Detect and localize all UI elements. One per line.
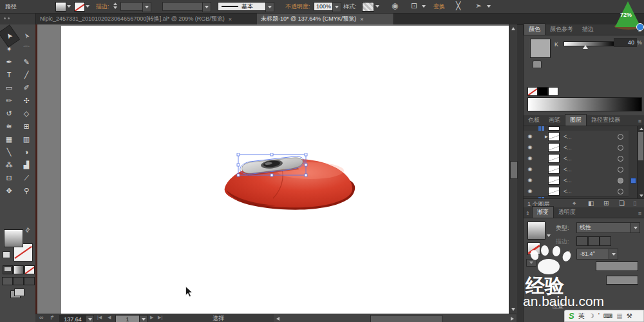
zoom-tool[interactable]: ⚲ (18, 184, 35, 197)
horizontal-scrollbar[interactable] (274, 314, 516, 322)
layer-name[interactable]: <... (564, 143, 572, 152)
scroll-up-button[interactable] (511, 27, 515, 30)
slice-tool[interactable]: ⟋ (18, 171, 35, 184)
scroll-down-button[interactable] (511, 308, 515, 311)
layer-row[interactable]: ◉ <... (524, 142, 629, 153)
k-value-input[interactable]: 40 (614, 38, 637, 47)
last-artboard-button[interactable]: ▶| (158, 315, 162, 320)
gradient-preview-arrow[interactable] (547, 234, 551, 237)
stroke-along-button[interactable] (588, 236, 600, 246)
scrollbar-thumb[interactable] (370, 315, 442, 322)
color-mode-button[interactable] (3, 265, 13, 274)
gradient-reverse-button[interactable] (526, 259, 536, 267)
scrollbar-thumb[interactable] (510, 161, 518, 179)
artboard-select-arrow[interactable] (139, 315, 147, 322)
stroke-color-swatch[interactable] (74, 2, 85, 12)
artboard-select[interactable]: 1 (115, 315, 140, 322)
rotate-tool[interactable]: ↺ (1, 107, 17, 120)
target-circle[interactable] (618, 189, 623, 194)
target-circle[interactable] (618, 178, 623, 184)
gradient-stop-swatch[interactable] (527, 242, 540, 255)
none-mode-button[interactable] (24, 265, 35, 274)
expand-arrow-icon[interactable]: ▶ (545, 134, 548, 138)
width-profile-select[interactable] (162, 2, 204, 11)
layer-name[interactable]: <... (564, 132, 572, 141)
tab-color[interactable]: 颜色 (524, 23, 545, 35)
scroll-down-button[interactable] (639, 194, 643, 197)
swatch-well-icon[interactable] (533, 61, 542, 68)
new-layer-button[interactable]: ❏ (619, 200, 625, 207)
next-artboard-button[interactable]: ▶ (150, 315, 153, 320)
ime-mode-button[interactable]: 英 (578, 310, 585, 322)
punctuation-icon[interactable]: ’ (598, 310, 600, 322)
grayscale-ramp[interactable] (527, 97, 642, 111)
close-icon[interactable]: × (229, 16, 232, 23)
layer-name[interactable]: <... (564, 176, 572, 185)
stroke-swatch-dropdown-icon[interactable] (86, 5, 90, 8)
select-similar-arrow[interactable] (487, 5, 491, 8)
tab-color-guide[interactable]: 颜色参考 (545, 24, 578, 35)
target-circle[interactable] (618, 145, 623, 151)
graphic-style-swatch[interactable] (362, 2, 374, 12)
visibility-toggle[interactable]: ◉ (526, 142, 534, 153)
k-slider[interactable] (564, 41, 616, 46)
layer-row[interactable]: ◉ <... (524, 185, 629, 197)
draw-normal-button[interactable] (2, 277, 13, 285)
pencil-tool[interactable]: ✏ (1, 94, 17, 107)
tab-brushes[interactable]: 画笔 (544, 115, 565, 126)
document-tab[interactable]: Nipic_2457331_20101020230646567000[转换].a… (36, 14, 261, 24)
panel-menu-icon[interactable]: ≡ (635, 117, 644, 126)
zoom-input-arrow[interactable] (86, 315, 94, 322)
clipping-mask-button[interactable]: ◧ (588, 200, 594, 207)
graphic-style-dropdown-icon[interactable] (375, 5, 379, 8)
opacity-select[interactable]: 100% (314, 2, 334, 11)
document-tab-active[interactable]: 未标题-10* @ 137.64% (CMYK/预览) × (257, 14, 394, 24)
layer-row[interactable]: ◉ <... (524, 153, 629, 164)
scroll-left-button[interactable] (276, 317, 279, 321)
default-fill-stroke-icon[interactable] (3, 251, 10, 258)
width-tool[interactable]: ≋ (1, 120, 17, 133)
new-sublayer-button[interactable]: ⊞ (603, 200, 609, 207)
k-slider-handle[interactable] (583, 45, 588, 49)
select-similar-button[interactable]: ➣ (475, 1, 482, 10)
layer-row[interactable]: ◉ <... (524, 164, 629, 175)
recolor-artwork-button[interactable]: ◉ (392, 1, 398, 10)
graph-tool[interactable]: ▥ (18, 133, 35, 146)
width-profile-select-arrow[interactable] (202, 2, 211, 12)
previous-artboard-button[interactable]: ◀ (108, 315, 111, 320)
artboard-tool[interactable]: ⊡ (1, 171, 17, 184)
visibility-toggle[interactable]: ◉ (526, 175, 534, 185)
current-color-swatch[interactable] (530, 39, 551, 58)
curvature-pen-tool[interactable]: ✎ (18, 55, 35, 68)
white-swatch[interactable] (548, 87, 558, 96)
opacity-select-arrow[interactable] (332, 2, 341, 12)
gradient-mode-button[interactable] (14, 265, 24, 274)
brush-definition-arrow[interactable] (265, 2, 274, 12)
none-swatch[interactable] (527, 87, 538, 96)
canvas[interactable] (35, 24, 509, 314)
delete-layer-button[interactable]: ▯ (633, 200, 637, 207)
visibility-toggle[interactable]: ◉ (526, 164, 534, 175)
type-select[interactable]: 线性 (576, 222, 637, 233)
target-circle[interactable] (618, 156, 623, 162)
fill-color-swatch[interactable] (55, 2, 66, 12)
visibility-toggle[interactable]: ◉ (526, 131, 534, 142)
tab-swatches[interactable]: 色板 (524, 115, 544, 126)
sogou-logo-icon[interactable]: S (569, 310, 574, 322)
layer-name[interactable]: <... (564, 165, 572, 174)
free-transform-tool[interactable]: ◇ (18, 107, 35, 120)
mouse-illustration[interactable] (219, 153, 364, 213)
ime-toolbar[interactable]: S 英 ☽ ’ ⌨ ▦ ⚒ (564, 310, 644, 322)
blend-tool[interactable]: ◑ (18, 146, 35, 158)
wrench-icon[interactable]: ⚒ (627, 310, 632, 322)
type-select-arrow[interactable] (630, 222, 640, 233)
eyedropper-tool[interactable]: ╲ (1, 146, 17, 158)
export-icon[interactable]: ↱ (50, 314, 55, 321)
type-tool[interactable]: T (1, 68, 17, 81)
moon-icon[interactable]: ☽ (589, 310, 594, 322)
close-icon[interactable]: × (360, 16, 363, 23)
location-select-disabled[interactable] (606, 276, 638, 285)
layer-name[interactable]: <... (564, 154, 572, 163)
paintbrush-tool[interactable]: ✐ (18, 81, 35, 94)
stroke-weight-select-arrow[interactable] (142, 2, 151, 12)
